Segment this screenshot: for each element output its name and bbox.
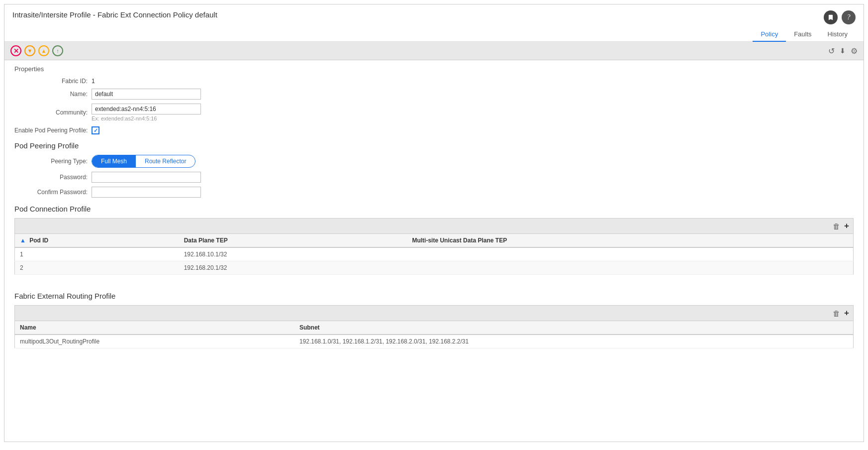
password-input[interactable] [92, 172, 201, 183]
pod-table-header-row: ▲ Pod ID Data Plane TEP Multi-site Unica… [15, 234, 854, 248]
table-row: 2 192.168.20.1/32 [15, 261, 854, 275]
fabric-routing-table: Name Subnet multipodL3Out_RoutingProfile… [14, 321, 854, 348]
tab-policy[interactable]: Policy [753, 27, 786, 42]
peering-type-toggle: Full Mesh Route Reflector [92, 155, 195, 168]
pod-connection-table-toolbar: 🗑 + [14, 218, 854, 233]
full-mesh-button[interactable]: Full Mesh [92, 155, 136, 167]
peering-type-label: Peering Type: [14, 158, 92, 165]
password-label: Password: [14, 174, 92, 181]
help-icon[interactable]: ? [842, 10, 856, 24]
warning-button[interactable]: ▼ [24, 45, 35, 56]
enable-pod-peering-label: Enable Pod Peering Profile: [14, 127, 92, 134]
tab-history[interactable]: History [820, 27, 856, 42]
enable-pod-peering-checkbox[interactable] [92, 126, 99, 134]
data-plane-tep-cell: 192.168.20.1/32 [179, 261, 407, 275]
download-icon[interactable]: ⬇ [840, 47, 846, 55]
fabric-id-row: Fabric ID: 1 [14, 78, 854, 85]
data-plane-tep-cell: 192.168.10.1/32 [179, 247, 407, 261]
community-row: Community: Ex: extended:as2-nn4:5:16 [14, 104, 854, 121]
pod-connection-table-section: 🗑 + ▲ Pod ID Data Plane TEP Multi-site U… [14, 218, 854, 275]
bookmark-icon[interactable] [824, 10, 838, 24]
confirm-password-label: Confirm Password: [14, 189, 92, 196]
routing-name-cell: multipodL3Out_RoutingProfile [15, 335, 294, 348]
multisite-unicast-column-header: Multi-site Unicast Data Plane TEP [407, 234, 853, 248]
routing-table-header-row: Name Subnet [15, 321, 854, 335]
fabric-external-routing-title: Fabric External Routing Profile [14, 292, 854, 300]
sort-arrow-icon: ▲ [20, 237, 26, 244]
page-title: Intrasite/Intersite Profile - Fabric Ext… [12, 10, 217, 19]
multisite-unicast-cell [407, 247, 853, 261]
fabric-id-label: Fabric ID: [14, 78, 92, 85]
tab-faults[interactable]: Faults [786, 27, 819, 42]
tools-icon[interactable]: ⚙ [851, 46, 858, 56]
routing-table-add-icon[interactable]: + [844, 308, 849, 318]
toolbar: ✕ ▼ ▲ ↑ ↺ ⬇ ⚙ [4, 42, 864, 60]
error-button[interactable]: ✕ [10, 45, 21, 56]
table-row: 1 192.168.10.1/32 [15, 247, 854, 261]
pod-peering-profile-title: Pod Peering Profile [14, 141, 854, 150]
community-hint: Ex: extended:as2-nn4:5:16 [92, 115, 201, 121]
confirm-password-row: Confirm Password: [14, 187, 854, 198]
pod-id-cell: 1 [15, 247, 179, 261]
routing-subnet-column-header: Subnet [294, 321, 854, 335]
fabric-routing-table-toolbar: 🗑 + [14, 305, 854, 321]
fabric-routing-table-section: 🗑 + Name Subnet multipodL3Out_RoutingPro… [14, 305, 854, 348]
tabs-bar: Policy Faults History [4, 27, 864, 42]
refresh-icon[interactable]: ↺ [828, 46, 835, 56]
enable-pod-peering-row: Enable Pod Peering Profile: [14, 126, 854, 134]
confirm-password-input[interactable] [92, 187, 201, 198]
routing-table-delete-icon[interactable]: 🗑 [833, 309, 840, 318]
routing-subnet-cell: 192.168.1.0/31, 192.168.1.2/31, 192.168.… [294, 335, 854, 348]
data-plane-tep-column-header: Data Plane TEP [179, 234, 407, 248]
multisite-unicast-cell [407, 261, 853, 275]
pod-id-column-header[interactable]: ▲ Pod ID [15, 234, 179, 248]
pod-table-add-icon[interactable]: + [844, 221, 849, 231]
name-label: Name: [14, 91, 92, 98]
info-button[interactable]: ↑ [52, 45, 63, 56]
properties-section-title: Properties [14, 65, 854, 73]
community-input[interactable] [92, 104, 201, 114]
name-input[interactable] [92, 89, 201, 100]
minor-button[interactable]: ▲ [38, 45, 49, 56]
peering-type-row: Peering Type: Full Mesh Route Reflector [14, 155, 854, 168]
routing-name-column-header: Name [15, 321, 294, 335]
name-row: Name: [14, 89, 854, 100]
password-row: Password: [14, 172, 854, 183]
pod-connection-table: ▲ Pod ID Data Plane TEP Multi-site Unica… [14, 233, 854, 275]
pod-id-cell: 2 [15, 261, 179, 275]
pod-connection-profile-title: Pod Connection Profile [14, 205, 854, 213]
table-row: multipodL3Out_RoutingProfile 192.168.1.0… [15, 335, 854, 348]
community-label: Community: [14, 109, 92, 116]
pod-table-delete-icon[interactable]: 🗑 [833, 222, 840, 230]
route-reflector-button[interactable]: Route Reflector [136, 155, 195, 167]
fabric-id-value: 1 [92, 78, 95, 85]
